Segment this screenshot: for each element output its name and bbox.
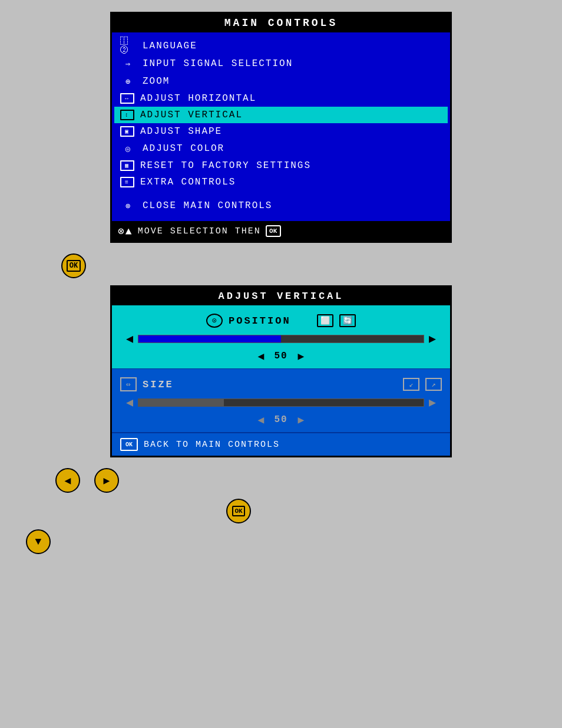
- size-value: 50: [272, 414, 290, 425]
- sidebar-item-adjust-shape[interactable]: ▣ ADJUST SHAPE: [114, 123, 448, 140]
- ok-button-bottom[interactable]: OK: [226, 499, 251, 523]
- reset-factory-icon: ▦: [120, 160, 134, 171]
- position-value: 50: [272, 351, 290, 361]
- extra-controls-label: EXTRA CONTROLS: [140, 177, 236, 187]
- bottom-text: MOVE SELECTION THEN: [138, 226, 261, 236]
- sidebar-item-adjust-color[interactable]: ◎ ADJUST COLOR: [114, 140, 448, 157]
- main-controls-bottom-bar: ⊗▲ MOVE SELECTION THEN OK: [112, 221, 450, 241]
- language-icon: ⿰②: [120, 40, 137, 52]
- ok-icon: OK: [266, 225, 281, 237]
- position-right-arrow[interactable]: ▶: [429, 331, 436, 346]
- position-slider[interactable]: [138, 335, 424, 343]
- ok-bottom-label: OK: [232, 506, 244, 516]
- position-label: POSITION: [229, 315, 305, 327]
- size-icon: ⇔: [120, 377, 137, 391]
- size-slider[interactable]: [138, 398, 424, 407]
- main-controls-panel: MAIN CONTROLS ⿰② LANGUAGE ⇒ INPUT SIGNAL…: [110, 12, 452, 243]
- adjust-vertical-label: ADJUST VERTICAL: [140, 110, 243, 120]
- adjust-shape-icon: ▣: [120, 126, 134, 137]
- menu-list: ⿰② LANGUAGE ⇒ INPUT SIGNAL SELECTION ⊕ Z…: [112, 32, 450, 221]
- close-label: CLOSE MAIN CONTROLS: [143, 200, 272, 211]
- right-arrow-icon: ▶: [104, 474, 110, 487]
- input-signal-icon: ⇒: [120, 58, 137, 70]
- sidebar-item-language[interactable]: ⿰② LANGUAGE: [114, 37, 448, 55]
- size-label: SIZE: [143, 379, 219, 390]
- adjust-vertical-panel: ADJUST VERTICAL ⊙ POSITION ⬜ 🔄 ◀ ▶ ◀ 50 …: [110, 285, 452, 457]
- close-main-controls-item[interactable]: ⊗ CLOSE MAIN CONTROLS: [114, 195, 448, 216]
- size-right-arrow-bottom2[interactable]: ▶: [295, 413, 308, 426]
- adjust-shape-label: ADJUST SHAPE: [140, 126, 222, 137]
- reset-factory-label: RESET TO FACTORY SETTINGS: [140, 160, 311, 171]
- down-arrow-button[interactable]: ▼: [26, 529, 51, 554]
- left-arrow-icon: ◀: [65, 474, 71, 487]
- sidebar-item-zoom[interactable]: ⊕ ZOOM: [114, 73, 448, 90]
- sidebar-item-reset-factory[interactable]: ▦ RESET TO FACTORY SETTINGS: [114, 157, 448, 174]
- back-label: BACK TO MAIN CONTROLS: [144, 440, 280, 450]
- adjust-vertical-title: ADJUST VERTICAL: [112, 287, 450, 305]
- main-controls-title: MAIN CONTROLS: [112, 14, 450, 32]
- ok-label: OK: [67, 260, 81, 272]
- sidebar-item-adjust-horizontal[interactable]: ↔ ADJUST HORIZONTAL: [114, 90, 448, 107]
- position-ctrl-left-icon: ⬜: [317, 314, 333, 327]
- adjust-color-icon: ◎: [120, 143, 137, 154]
- adjust-horizontal-label: ADJUST HORIZONTAL: [140, 93, 256, 104]
- position-right-arrow-bottom2[interactable]: ▶: [295, 350, 308, 363]
- sidebar-item-input-signal[interactable]: ⇒ INPUT SIGNAL SELECTION: [114, 55, 448, 73]
- position-icon: ⊙: [206, 314, 223, 328]
- left-arrow-button[interactable]: ◀: [55, 468, 80, 493]
- sidebar-item-adjust-vertical[interactable]: ↕ ADJUST VERTICAL: [114, 107, 448, 123]
- position-ctrl-right-icon: 🔄: [339, 314, 356, 327]
- position-left-arrow[interactable]: ◀: [126, 331, 133, 346]
- position-left-arrow-bottom[interactable]: ◀: [254, 350, 267, 363]
- zoom-icon: ⊕: [120, 75, 137, 87]
- sidebar-item-extra-controls[interactable]: ≡ EXTRA CONTROLS: [114, 174, 448, 190]
- size-ctrl-right-icon: ↗: [425, 378, 442, 391]
- size-ctrl-left-icon: ↙: [403, 378, 419, 391]
- size-left-arrow-bottom[interactable]: ◀: [254, 413, 267, 426]
- size-right-arrow[interactable]: ▶: [429, 395, 436, 410]
- down-arrow-icon: ▼: [35, 536, 42, 548]
- input-signal-label: INPUT SIGNAL SELECTION: [143, 58, 293, 69]
- extra-controls-icon: ≡: [120, 177, 134, 187]
- size-left-arrow[interactable]: ◀: [126, 395, 133, 410]
- zoom-label: ZOOM: [143, 76, 170, 87]
- ok-button-main[interactable]: OK: [61, 253, 86, 278]
- adjust-color-label: ADJUST COLOR: [143, 143, 224, 154]
- right-arrow-button[interactable]: ▶: [94, 468, 119, 493]
- adjust-vertical-icon: ↕: [120, 110, 134, 120]
- back-to-main-controls-row[interactable]: OK BACK TO MAIN CONTROLS: [112, 433, 450, 456]
- close-icon: ⊗: [120, 200, 137, 212]
- language-label: LANGUAGE: [143, 41, 197, 51]
- back-ok-icon: OK: [120, 438, 138, 451]
- navigation-icons: ⊗▲: [118, 225, 133, 238]
- adjust-horizontal-icon: ↔: [120, 93, 134, 104]
